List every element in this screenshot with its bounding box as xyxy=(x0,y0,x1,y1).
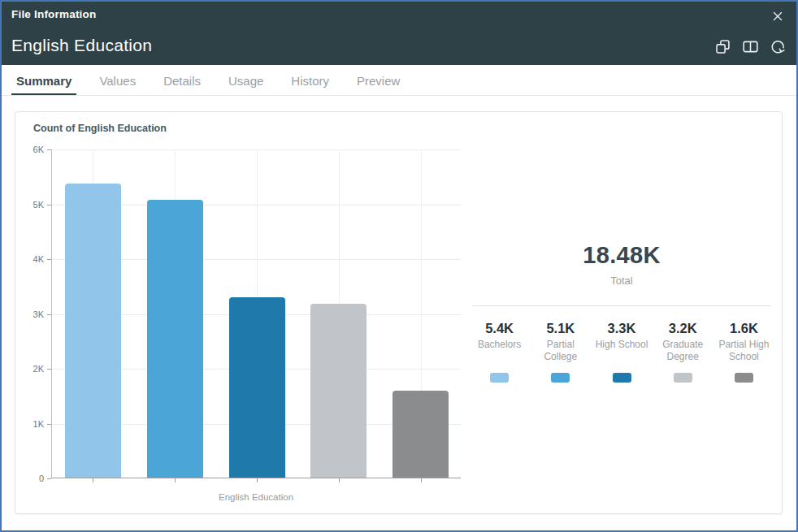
bar-chart: 01K2K3K4K5K6K xyxy=(51,149,461,478)
y-axis-tick xyxy=(47,259,51,260)
x-axis-tick xyxy=(339,478,340,482)
titlebar: File Information English Education xyxy=(2,2,796,65)
copy-icon xyxy=(714,38,731,55)
x-axis-tick xyxy=(421,478,422,482)
total-block: 18.48K Total xyxy=(472,242,771,287)
stat-partial-high-school: 1.6KPartial High School xyxy=(713,320,774,383)
y-axis-tick xyxy=(47,149,51,150)
legend-swatch xyxy=(551,373,570,383)
y-axis-tick xyxy=(47,424,51,425)
legend-swatch xyxy=(735,373,753,383)
bar-partial-high-school[interactable] xyxy=(392,391,449,478)
bar-bachelors[interactable] xyxy=(65,184,121,478)
summary-card: Count of English Education 01K2K3K4K5K6K… xyxy=(15,111,783,514)
y-axis-label: 4K xyxy=(15,254,44,264)
stat-label: Graduate Degree xyxy=(654,339,712,369)
stat-label: Partial High School xyxy=(715,339,773,369)
legend-swatch xyxy=(490,373,509,383)
total-label: Total xyxy=(472,275,771,287)
stat-value: 1.6K xyxy=(730,320,758,336)
summary-divider xyxy=(472,305,771,306)
x-axis-label: English Education xyxy=(51,492,461,502)
x-axis-tick xyxy=(257,478,258,482)
stat-value: 3.3K xyxy=(608,320,636,336)
stat-bachelors: 5.4KBachelors xyxy=(469,320,530,383)
chart-title: Count of English Education xyxy=(33,123,167,134)
refresh-icon xyxy=(770,38,787,55)
y-axis-tick xyxy=(47,369,51,370)
stat-label: High School xyxy=(596,339,648,369)
legend-swatch xyxy=(613,373,631,383)
page-title: English Education xyxy=(11,36,152,55)
tabbar-divider xyxy=(2,95,796,96)
y-axis-label: 6K xyxy=(15,145,44,154)
tab-values[interactable]: Values xyxy=(94,65,141,96)
stat-value: 3.2K xyxy=(669,320,697,336)
bar-graduate-degree[interactable] xyxy=(310,304,366,478)
bar-high-school[interactable] xyxy=(229,297,285,478)
copy-button[interactable] xyxy=(714,38,731,55)
stat-value: 5.4K xyxy=(485,320,514,336)
y-axis-label: 1K xyxy=(15,419,44,429)
y-axis-label: 2K xyxy=(15,364,44,374)
y-axis-label: 3K xyxy=(15,309,44,319)
tab-usage[interactable]: Usage xyxy=(223,65,268,96)
stat-graduate-degree: 3.2KGraduate Degree xyxy=(653,320,713,383)
y-axis-label: 5K xyxy=(15,200,44,210)
file-information-dialog: File Information English Education xyxy=(0,0,798,532)
total-value: 18.48K xyxy=(472,242,771,269)
book-button[interactable] xyxy=(742,38,759,55)
stat-partial-college: 5.1KPartial College xyxy=(530,320,591,383)
x-axis-tick xyxy=(93,478,93,482)
tab-summary[interactable]: Summary xyxy=(11,65,76,96)
y-axis-tick xyxy=(47,314,51,315)
dialog-title: File Information xyxy=(11,8,96,20)
x-axis-tick xyxy=(175,478,176,482)
stat-high-school: 3.3KHigh School xyxy=(591,320,652,383)
tab-details[interactable]: Details xyxy=(158,65,206,96)
stat-label: Partial College xyxy=(531,339,589,369)
close-icon xyxy=(770,9,785,24)
y-axis-tick xyxy=(47,205,51,205)
bar-partial-college[interactable] xyxy=(147,200,203,478)
close-button[interactable] xyxy=(769,7,787,25)
titlebar-actions xyxy=(714,38,787,55)
tab-preview[interactable]: Preview xyxy=(352,65,405,96)
refresh-button[interactable] xyxy=(770,38,787,55)
tab-bar: SummaryValuesDetailsUsageHistoryPreview xyxy=(2,65,796,96)
stat-value: 5.1K xyxy=(546,320,575,336)
category-stats: 5.4KBachelors5.1KPartial College3.3KHigh… xyxy=(469,320,774,383)
y-axis-label: 0 xyxy=(15,474,44,483)
book-icon xyxy=(742,38,759,55)
tab-history[interactable]: History xyxy=(286,65,334,96)
y-axis-tick xyxy=(47,478,51,479)
legend-swatch xyxy=(674,373,692,383)
stat-label: Bachelors xyxy=(478,339,521,369)
